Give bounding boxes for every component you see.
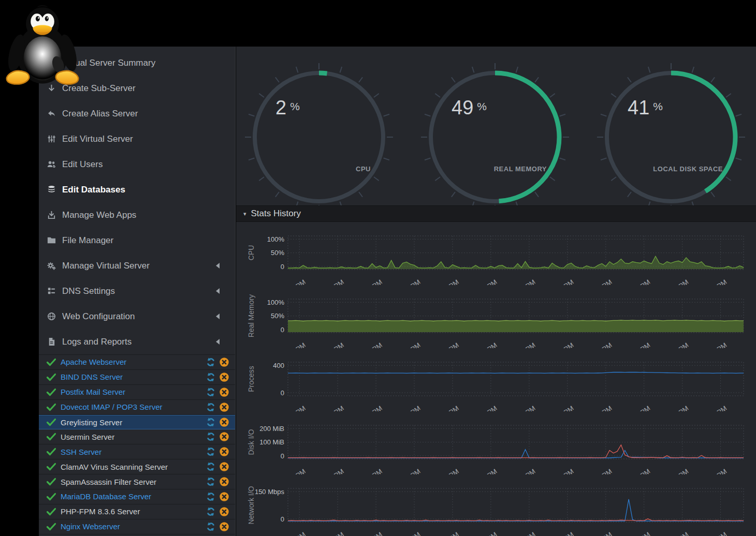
svg-text:4:05 PM: 4:05 PM bbox=[282, 278, 307, 285]
service-name[interactable]: BIND DNS Server bbox=[61, 373, 204, 381]
stop-service-button[interactable] bbox=[217, 507, 231, 517]
svg-text:4:20 PM: 4:20 PM bbox=[627, 278, 651, 285]
service-list: Apache WebserverBIND DNS ServerPostfix M… bbox=[39, 354, 235, 534]
sidebar-item-edit-virtual-server[interactable]: Edit Virtual Server bbox=[39, 126, 235, 152]
svg-text:0: 0 bbox=[281, 326, 284, 334]
service-name[interactable]: SSH Server bbox=[61, 448, 204, 456]
restart-service-button[interactable] bbox=[204, 417, 217, 427]
restart-service-button[interactable] bbox=[204, 372, 217, 382]
stop-service-button[interactable] bbox=[217, 402, 231, 412]
service-row-nginx-webserver: Nginx Webserver bbox=[39, 519, 235, 534]
sidebar-item-manage-web-apps[interactable]: Manage Web Apps bbox=[39, 202, 235, 228]
restart-service-button[interactable] bbox=[204, 357, 217, 367]
restart-service-button[interactable] bbox=[204, 477, 217, 487]
stop-service-button[interactable] bbox=[217, 372, 231, 382]
status-ok-icon bbox=[46, 492, 61, 502]
gauge-label: REAL MEMORY bbox=[494, 165, 547, 173]
stop-service-button[interactable] bbox=[217, 387, 231, 397]
restart-service-button[interactable] bbox=[204, 492, 217, 502]
svg-text:4:06 PM: 4:06 PM bbox=[321, 341, 345, 348]
svg-text:4:08 PM: 4:08 PM bbox=[359, 341, 384, 348]
svg-text:50%: 50% bbox=[271, 312, 284, 320]
stop-service-button[interactable] bbox=[217, 492, 231, 502]
restart-service-button[interactable] bbox=[204, 431, 217, 442]
svg-text:4:21 PM: 4:21 PM bbox=[665, 404, 690, 411]
chart-axis-label: Network I/O bbox=[247, 486, 255, 524]
svg-text:4:10 PM: 4:10 PM bbox=[397, 404, 421, 411]
sidebar-item-create-alias-server[interactable]: Create Alias Server bbox=[39, 101, 235, 126]
status-ok-icon bbox=[46, 387, 61, 397]
stop-service-button[interactable] bbox=[217, 477, 231, 487]
svg-text:100%: 100% bbox=[267, 299, 285, 306]
service-row-php-fpm-8-3-6-server: PHP-FPM 8.3.6 Server bbox=[39, 504, 235, 519]
sidebar-item-web-configuration[interactable]: Web Configuration bbox=[39, 304, 235, 329]
stats-history-header[interactable]: ▾ Stats History bbox=[236, 205, 756, 222]
gauge-label: CPU bbox=[356, 165, 371, 173]
sidebar-item-file-manager[interactable]: File Manager bbox=[39, 228, 235, 253]
service-row-ssh-server: SSH Server bbox=[39, 444, 235, 459]
svg-text:200 MiB: 200 MiB bbox=[259, 425, 284, 433]
service-name[interactable]: Apache Webserver bbox=[61, 358, 204, 366]
status-ok-icon bbox=[46, 522, 61, 532]
service-name[interactable]: Dovecot IMAP / POP3 Server bbox=[61, 403, 204, 411]
sidebar-item-label: Edit Virtual Server bbox=[62, 134, 235, 144]
stop-service-button[interactable] bbox=[217, 357, 231, 367]
sidebar-item-edit-databases[interactable]: Edit Databases bbox=[39, 177, 235, 202]
sidebar-item-label: DNS Settings bbox=[62, 286, 216, 296]
sidebar-item-manage-virtual-server[interactable]: Manage Virtual Server bbox=[39, 253, 235, 278]
stop-service-button[interactable] bbox=[217, 522, 231, 532]
restart-service-button[interactable] bbox=[204, 461, 217, 472]
service-name[interactable]: Postfix Mail Server bbox=[61, 388, 204, 396]
svg-text:4:08 PM: 4:08 PM bbox=[359, 530, 384, 536]
svg-text:4:23 PM: 4:23 PM bbox=[703, 530, 728, 536]
svg-text:150 Mbps: 150 Mbps bbox=[255, 488, 285, 496]
sidebar-item-dns-settings[interactable]: DNS Settings bbox=[39, 278, 235, 304]
service-row-usermin-server: Usermin Server bbox=[39, 429, 235, 444]
svg-text:4:05 PM: 4:05 PM bbox=[282, 341, 307, 348]
sidebar-item-edit-users[interactable]: Edit Users bbox=[39, 152, 235, 177]
svg-text:4:10 PM: 4:10 PM bbox=[397, 341, 421, 348]
restart-service-button[interactable] bbox=[204, 387, 217, 397]
database-icon bbox=[47, 185, 62, 195]
screen: Virtual Server SummaryCreate Sub-ServerC… bbox=[0, 0, 756, 536]
svg-text:4:16 PM: 4:16 PM bbox=[550, 341, 575, 348]
stop-service-button[interactable] bbox=[217, 446, 231, 457]
stop-service-button[interactable] bbox=[217, 461, 231, 472]
sidebar-item-label: File Manager bbox=[62, 235, 235, 246]
svg-text:4:16 PM: 4:16 PM bbox=[550, 467, 575, 474]
stop-service-button[interactable] bbox=[217, 431, 231, 442]
sidebar-item-label: Manage Virtual Server bbox=[62, 261, 216, 271]
service-name[interactable]: Nginx Webserver bbox=[61, 522, 204, 531]
svg-text:4:13 PM: 4:13 PM bbox=[473, 530, 498, 536]
restart-service-button[interactable] bbox=[204, 402, 217, 412]
svg-text:4:15 PM: 4:15 PM bbox=[512, 530, 536, 536]
svg-text:4:15 PM: 4:15 PM bbox=[512, 278, 536, 285]
sidebar-item-label: Web Configuration bbox=[62, 311, 216, 322]
svg-text:4:05 PM: 4:05 PM bbox=[282, 404, 307, 411]
svg-text:4:05 PM: 4:05 PM bbox=[282, 467, 307, 474]
svg-text:50%: 50% bbox=[271, 249, 284, 257]
chevron-left-icon bbox=[216, 314, 220, 319]
svg-text:4:10 PM: 4:10 PM bbox=[397, 530, 421, 536]
restart-service-button[interactable] bbox=[204, 522, 217, 532]
gauge-value: 2% bbox=[275, 97, 300, 118]
sidebar-item-logs-and-reports[interactable]: Logs and Reports bbox=[39, 329, 235, 354]
svg-text:400: 400 bbox=[273, 362, 284, 369]
status-ok-icon bbox=[46, 507, 61, 517]
service-name: SpamAssassin Filter Server bbox=[61, 478, 204, 486]
servers-icon bbox=[47, 286, 62, 296]
folder-icon bbox=[47, 235, 62, 245]
service-row-greylisting-server: Greylisting Server bbox=[39, 415, 235, 430]
restart-service-button[interactable] bbox=[204, 507, 217, 517]
service-name[interactable]: MariaDB Database Server bbox=[61, 492, 204, 501]
sidebar-item-label: Virtual Server Summary bbox=[62, 58, 235, 68]
svg-text:4:20 PM: 4:20 PM bbox=[627, 404, 651, 411]
service-name: ClamAV Virus Scanning Server bbox=[61, 463, 204, 471]
svg-text:4:06 PM: 4:06 PM bbox=[321, 404, 345, 411]
svg-text:4:06 PM: 4:06 PM bbox=[321, 530, 345, 536]
restart-service-button[interactable] bbox=[204, 446, 217, 457]
chart-realmem: 100%50%04:05 PM4:06 PM4:08 PM4:10 PM4:11… bbox=[236, 285, 756, 348]
stop-service-button[interactable] bbox=[217, 417, 231, 427]
collapse-triangle-icon: ▾ bbox=[243, 211, 246, 217]
chevron-left-icon bbox=[216, 339, 220, 345]
